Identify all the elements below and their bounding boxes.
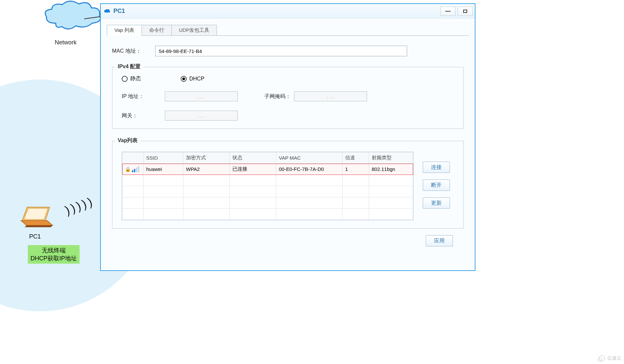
radio-dhcp[interactable]: DHCP [181, 76, 204, 82]
cell-mac: 00-E0-FC-7B-7A-D0 [276, 164, 343, 175]
table-row[interactable] [122, 197, 413, 209]
svg-marker-1 [24, 208, 48, 219]
radio-dhcp-label: DHCP [189, 76, 204, 82]
cell-status: 已连接 [230, 164, 276, 175]
vap-table: SSID 加密方式 状态 VAP MAC 信道 射频类型 [122, 152, 413, 220]
mac-input[interactable] [155, 46, 407, 56]
mac-label: MAC 地址： [112, 48, 155, 55]
vap-fieldset: Vap列表 SSID 加密方式 状态 VAP MAC 信道 射频 [112, 141, 464, 229]
tab-udp[interactable]: UDP发包工具 [171, 25, 217, 36]
table-row[interactable] [122, 209, 413, 220]
cell-rf: 802.11bgn [369, 164, 413, 175]
svg-marker-3 [25, 226, 53, 228]
col-mac: VAP MAC [276, 152, 343, 164]
gateway-input[interactable]: . . . [165, 111, 238, 121]
laptop-label: PC1 [29, 233, 41, 240]
radio-dhcp-circle [181, 76, 187, 82]
mask-input[interactable]: . . . [294, 91, 367, 101]
col-rf: 射频类型 [369, 152, 413, 164]
col-channel: 信道 [343, 152, 369, 164]
watermark: 亿速云 [599, 355, 621, 361]
ipv4-fieldset: IPv4 配置 静态 DHCP IP 地址： . . . 子网掩码： . . . [112, 67, 464, 129]
col-ssid: SSID [144, 152, 183, 164]
table-row[interactable]: 🔒 huawei WPA2 已连接 00-E0-FC-7B-7A-D0 1 80… [122, 164, 413, 175]
watermark-icon [599, 355, 605, 361]
cloud-icon [42, 0, 102, 33]
col-status: 状态 [230, 152, 276, 164]
watermark-text: 亿速云 [607, 355, 621, 361]
ip-label: IP 地址： [122, 93, 165, 100]
topology-note: 无线终端 DHCP获取IP地址 [28, 245, 80, 264]
signal-bars-icon [132, 166, 139, 172]
pc1-window: PC1 Vap 列表 命令行 UDP发包工具 MAC 地址： IPv4 配置 静… [100, 3, 475, 271]
cell-channel: 1 [343, 164, 369, 175]
window-title: PC1 [113, 8, 125, 15]
disconnect-button[interactable]: 断开 [423, 180, 450, 191]
radio-static-circle [122, 76, 128, 82]
radio-static[interactable]: 静态 [122, 75, 141, 82]
col-signal [122, 152, 144, 164]
app-icon [103, 8, 111, 15]
ipv4-legend: IPv4 配置 [115, 63, 143, 70]
lock-icon: 🔒 [125, 167, 131, 172]
svg-marker-2 [21, 221, 53, 226]
tab-vap-list[interactable]: Vap 列表 [107, 25, 142, 36]
cell-ssid: huawei [144, 164, 183, 175]
apply-button[interactable]: 应用 [426, 235, 453, 246]
radio-static-label: 静态 [130, 75, 141, 82]
mask-label: 子网掩码： [251, 93, 294, 100]
table-row[interactable] [122, 175, 413, 186]
note-line1: 无线终端 [31, 246, 77, 254]
titlebar[interactable]: PC1 [101, 4, 475, 19]
vap-legend: Vap列表 [115, 137, 140, 144]
col-enc: 加密方式 [183, 152, 230, 164]
ip-input[interactable]: . . . [165, 91, 238, 101]
table-row[interactable] [122, 186, 413, 197]
cell-enc: WPA2 [183, 164, 230, 175]
note-line2: DHCP获取IP地址 [31, 254, 77, 262]
gateway-label: 网关： [122, 112, 165, 119]
minimize-button[interactable] [440, 7, 456, 16]
cloud-label: Network [55, 39, 77, 46]
refresh-button[interactable]: 更新 [423, 197, 450, 209]
tab-cmd[interactable]: 命令行 [142, 25, 172, 36]
maximize-button[interactable] [458, 7, 473, 16]
connect-button[interactable]: 连接 [423, 162, 450, 173]
